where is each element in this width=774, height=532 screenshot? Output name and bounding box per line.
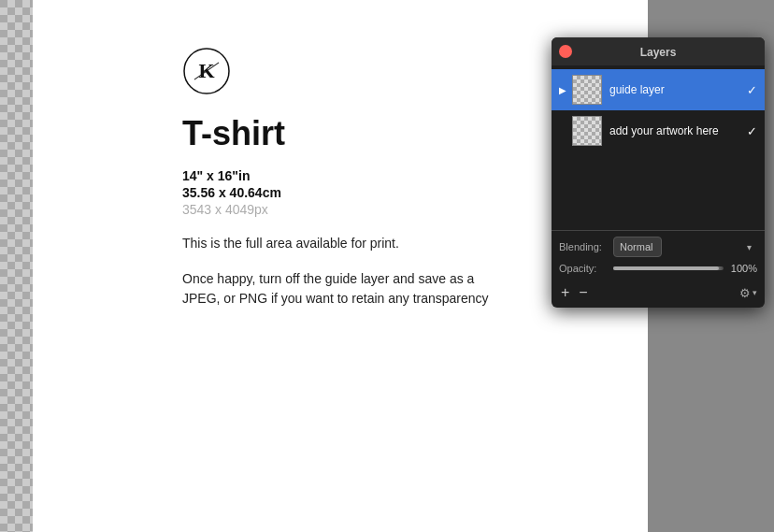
layer-item-artwork[interactable]: add your artwork here ✓ [552, 110, 765, 151]
gear-chevron-icon: ▾ [752, 288, 757, 297]
layers-spacer [552, 155, 765, 230]
layers-panel: Layers ▶ guide layer ✓ add your artwork … [552, 37, 765, 308]
remove-layer-button[interactable]: − [577, 285, 589, 300]
document-title: T-shirt [182, 114, 610, 153]
document-description-2: Once happy, turn off the guide layer and… [182, 269, 500, 309]
brand-logo-icon: K [182, 47, 231, 95]
layer-name-artwork: add your artwork here [609, 124, 743, 137]
layer-item-guide[interactable]: ▶ guide layer ✓ [552, 69, 765, 110]
layer-name-guide: guide layer [609, 83, 743, 96]
blending-label: Blending: [559, 241, 613, 252]
layer-thumbnail-artwork [572, 116, 602, 146]
opacity-row: Opacity: 100% [559, 263, 757, 274]
layer-visible-check-guide[interactable]: ✓ [747, 83, 757, 97]
opacity-label: Opacity: [559, 263, 613, 274]
opacity-slider[interactable] [613, 266, 724, 270]
layers-footer: Blending: Normal Multiply Screen Overlay… [552, 230, 765, 280]
layers-actions: + − ⚙ ▾ [552, 280, 765, 308]
blending-select-wrapper: Normal Multiply Screen Overlay Darken Li… [613, 237, 757, 257]
add-layer-button[interactable]: + [559, 285, 571, 300]
blending-select[interactable]: Normal Multiply Screen Overlay Darken Li… [613, 237, 662, 257]
gear-icon: ⚙ [739, 286, 751, 300]
blending-row: Blending: Normal Multiply Screen Overlay… [559, 237, 757, 257]
layer-thumbnail-guide [572, 75, 602, 105]
opacity-value: 100% [729, 263, 757, 274]
layer-arrow-icon: ▶ [559, 85, 568, 95]
layer-options-button[interactable]: ⚙ ▾ [739, 286, 757, 300]
document-dims-cm: 35.56 x 40.64cm [182, 185, 610, 200]
layers-list: ▶ guide layer ✓ add your artwork here ✓ [552, 65, 765, 155]
document-description-1: This is the full area available for prin… [182, 236, 610, 251]
document-dims-inches: 14" x 16"in [182, 168, 610, 183]
layers-panel-header: Layers [552, 37, 765, 65]
layers-close-button[interactable] [559, 45, 572, 58]
layer-visible-check-artwork[interactable]: ✓ [747, 124, 757, 138]
document-dims-px: 3543 x 4049px [182, 202, 610, 217]
layers-panel-title: Layers [640, 46, 677, 59]
